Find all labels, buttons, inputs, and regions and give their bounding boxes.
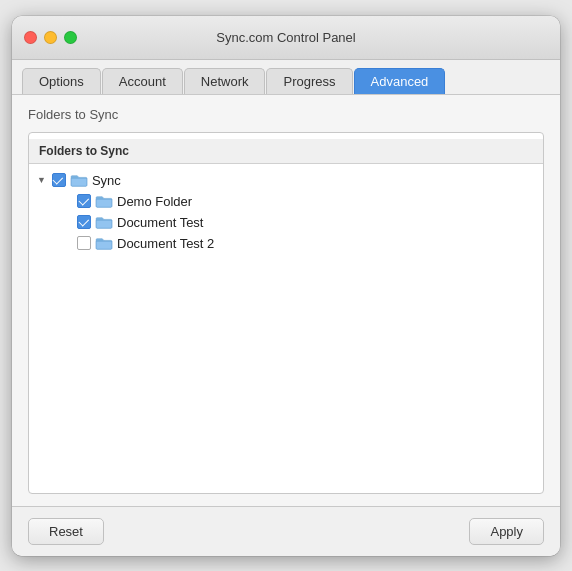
title-bar: Sync.com Control Panel [12, 16, 560, 60]
apply-button[interactable]: Apply [469, 518, 544, 545]
tree-item-demo-folder[interactable]: Demo Folder [29, 191, 543, 212]
checkbox-document-test-2[interactable] [77, 236, 91, 250]
tree-item-document-test-label: Document Test [117, 215, 203, 230]
tab-network[interactable]: Network [184, 68, 266, 94]
tab-options[interactable]: Options [22, 68, 101, 94]
folders-tree-container: Folders to Sync ▼ Sync [28, 132, 544, 494]
maximize-button[interactable] [64, 31, 77, 44]
close-button[interactable] [24, 31, 37, 44]
window-title: Sync.com Control Panel [216, 30, 355, 45]
folder-icon-document-test-2 [95, 236, 113, 250]
tree-item-demo-folder-label: Demo Folder [117, 194, 192, 209]
tab-account[interactable]: Account [102, 68, 183, 94]
folder-icon-sync [70, 173, 88, 187]
tree-item-sync-label: Sync [92, 173, 121, 188]
folder-icon-document-test [95, 215, 113, 229]
tree-item-document-test-2[interactable]: Document Test 2 [29, 233, 543, 254]
tree-item-document-test[interactable]: Document Test [29, 212, 543, 233]
main-window: Sync.com Control Panel Options Account N… [12, 16, 560, 556]
minimize-button[interactable] [44, 31, 57, 44]
bottom-bar: Reset Apply [12, 506, 560, 556]
tab-advanced[interactable]: Advanced [354, 68, 446, 94]
tree-item-document-test-2-label: Document Test 2 [117, 236, 214, 251]
section-label: Folders to Sync [28, 107, 544, 122]
tree-item-sync[interactable]: ▼ Sync [29, 170, 543, 191]
tree-body: ▼ Sync [29, 164, 543, 260]
chevron-down-icon: ▼ [37, 175, 46, 185]
checkbox-sync[interactable] [52, 173, 66, 187]
tab-progress[interactable]: Progress [266, 68, 352, 94]
tree-header: Folders to Sync [29, 139, 543, 164]
folder-icon-demo [95, 194, 113, 208]
content-area: Folders to Sync Folders to Sync ▼ Sync [12, 95, 560, 506]
reset-button[interactable]: Reset [28, 518, 104, 545]
traffic-lights [24, 31, 77, 44]
checkbox-demo-folder[interactable] [77, 194, 91, 208]
tab-bar: Options Account Network Progress Advance… [12, 60, 560, 95]
checkbox-document-test[interactable] [77, 215, 91, 229]
